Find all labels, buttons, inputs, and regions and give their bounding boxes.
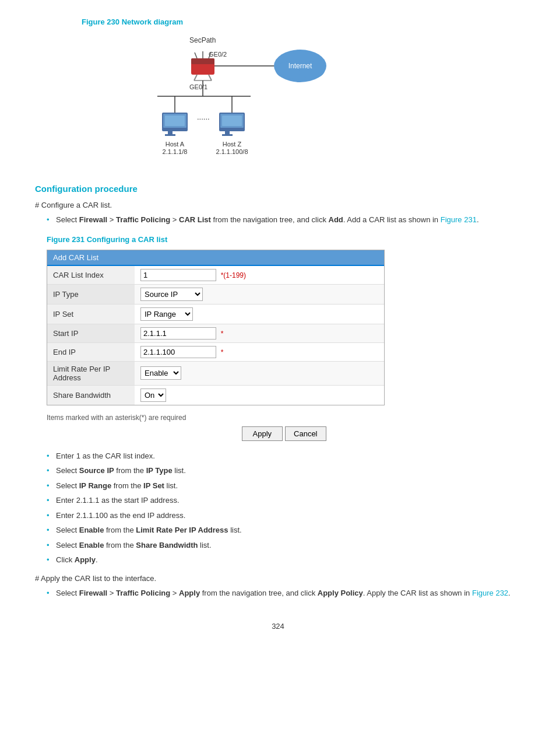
hash-line-1: # Configure a CAR list. (35, 201, 521, 209)
car-list-index-input[interactable] (140, 269, 216, 281)
label-start-ip: Start IP (47, 324, 135, 342)
step-1: Enter 1 as the CAR list index. (47, 450, 521, 462)
form-footnote: Items marked with an asterisk(*) are req… (47, 414, 521, 422)
value-end-ip: * (135, 342, 384, 361)
table-row: Share Bandwidth On Off (47, 385, 384, 405)
label-end-ip: End IP (47, 342, 135, 361)
car-list-form: Add CAR List CAR List Index *(1-199) IP … (47, 250, 385, 405)
svg-rect-24 (165, 134, 175, 136)
figure-231-caption: Figure 231 Configuring a CAR list (47, 235, 521, 244)
svg-text:GE0/1: GE0/1 (189, 83, 207, 90)
cancel-button[interactable]: Cancel (285, 426, 326, 441)
svg-rect-3 (191, 58, 214, 64)
ip-set-select[interactable]: IP Range IP Address (140, 307, 193, 321)
step-8: Click Apply. (47, 554, 521, 566)
required-mark-end: * (221, 348, 224, 356)
svg-text:GE0/2: GE0/2 (209, 51, 227, 58)
svg-text:Internet: Internet (288, 62, 312, 70)
label-ip-type: IP Type (47, 284, 135, 304)
table-row: CAR List Index *(1-199) (47, 266, 384, 285)
label-car-list-index: CAR List Index (47, 266, 135, 285)
steps-bullet-list: Enter 1 as the CAR list index. Select So… (47, 450, 521, 566)
step-7: Select Enable from the Share Bandwidth l… (47, 540, 521, 551)
apply-button[interactable]: Apply (242, 426, 283, 441)
figure-232-link[interactable]: Figure 232 (472, 589, 508, 597)
step-2: Select Source IP from the IP Type list. (47, 465, 521, 477)
required-mark-start: * (221, 330, 224, 338)
value-ip-type: Source IP Destination IP (135, 284, 384, 304)
figure-230-caption: Figure 230 Network diagram (82, 18, 521, 26)
page-number: 324 (35, 622, 521, 631)
svg-rect-29 (222, 134, 233, 136)
end-ip-input[interactable] (140, 346, 216, 358)
step-3: Select IP Range from the IP Set list. (47, 480, 521, 492)
svg-rect-25 (165, 116, 185, 126)
value-car-list-index: *(1-199) (135, 266, 384, 285)
value-limit-rate: Enable Disable (135, 361, 384, 385)
svg-rect-30 (222, 116, 242, 126)
figure-230-section: Figure 230 Network diagram SecPath GE0/2 (82, 18, 521, 166)
value-start-ip: * (135, 324, 384, 342)
svg-line-4 (195, 52, 197, 58)
label-limit-rate: Limit Rate Per IP Address (47, 361, 135, 385)
svg-rect-28 (225, 131, 230, 134)
car-list-table: CAR List Index *(1-199) IP Type Source I… (47, 266, 384, 405)
table-row: IP Set IP Range IP Address (47, 304, 384, 324)
step-6: Select Enable from the Limit Rate Per IP… (47, 524, 521, 536)
table-row: Limit Rate Per IP Address Enable Disable (47, 361, 384, 385)
share-bandwidth-select[interactable]: On Off (140, 388, 166, 402)
intro-bullet-1: Select Firewall > Traffic Policing > CAR… (47, 214, 521, 226)
svg-text:SecPath: SecPath (189, 36, 216, 44)
required-mark-index: *(1-199) (221, 271, 246, 279)
svg-text:Host Z: Host Z (223, 141, 242, 148)
ip-type-select[interactable]: Source IP Destination IP (140, 288, 203, 301)
hash-line-2: # Apply the CAR list to the interface. (35, 574, 521, 583)
svg-text:2.1.1.100/8: 2.1.1.100/8 (216, 148, 248, 155)
label-ip-set: IP Set (47, 304, 135, 324)
section-body: # Configure a CAR list. Select Firewall … (35, 201, 521, 226)
svg-text:......: ...... (197, 113, 210, 121)
label-share-bandwidth: Share Bandwidth (47, 385, 135, 405)
last-bullet-list: Select Firewall > Traffic Policing > App… (47, 587, 521, 599)
network-diagram-svg: SecPath GE0/2 Internet (82, 32, 350, 166)
step-4: Enter 2.1.1.1 as the start IP address. (47, 495, 521, 506)
table-row: IP Type Source IP Destination IP (47, 284, 384, 304)
form-buttons: Apply Cancel (47, 426, 521, 441)
limit-rate-select[interactable]: Enable Disable (140, 366, 181, 380)
value-share-bandwidth: On Off (135, 385, 384, 405)
svg-text:Host A: Host A (166, 141, 185, 148)
value-ip-set: IP Range IP Address (135, 304, 384, 324)
figure-231-link[interactable]: Figure 231 (441, 215, 477, 224)
step-5: Enter 2.1.1.100 as the end IP address. (47, 510, 521, 522)
car-list-header: Add CAR List (47, 250, 384, 266)
last-bullet: Select Firewall > Traffic Policing > App… (47, 587, 521, 599)
table-row: Start IP * (47, 324, 384, 342)
svg-line-7 (194, 75, 197, 80)
svg-line-8 (209, 75, 212, 80)
table-row: End IP * (47, 342, 384, 361)
svg-text:2.1.1.1/8: 2.1.1.1/8 (163, 148, 188, 155)
section-heading: Configuration procedure (35, 184, 521, 194)
intro-bullet-list: Select Firewall > Traffic Policing > CAR… (47, 214, 521, 226)
svg-rect-23 (168, 131, 173, 134)
start-ip-input[interactable] (140, 327, 216, 340)
